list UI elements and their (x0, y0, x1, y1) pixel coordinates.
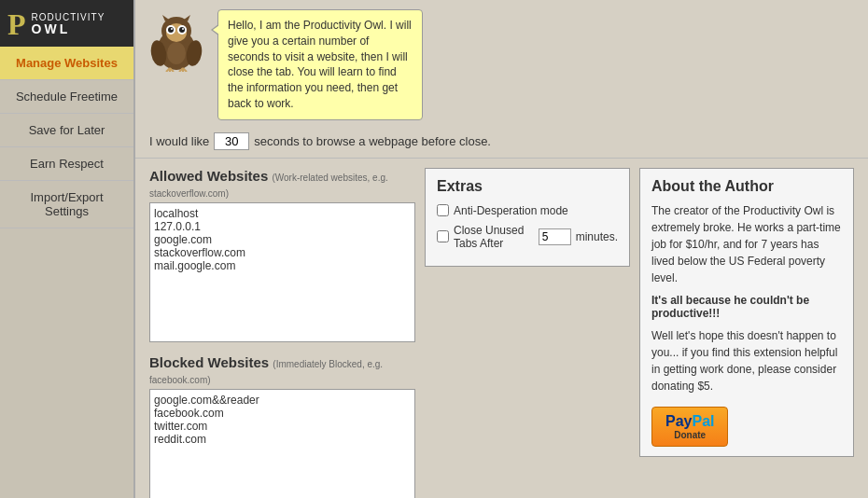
blocked-websites-title: Blocked Websites (Immediately Blocked, e… (149, 354, 415, 386)
browse-suffix: seconds to browse a webpage before close… (254, 134, 491, 148)
browse-prefix: I would like (149, 134, 209, 148)
svg-point-8 (182, 28, 184, 30)
allowed-websites-title: Allowed Websites (Work-related websites,… (149, 168, 415, 200)
about-box: About the Author The creator of the Prod… (639, 168, 854, 457)
content-area: Allowed Websites (Work-related websites,… (135, 159, 868, 498)
left-column: Allowed Websites (Work-related websites,… (149, 168, 415, 498)
main-content: Hello, I am the Productivity Owl. I will… (135, 0, 868, 498)
blocked-websites-textarea[interactable] (149, 389, 415, 498)
allowed-websites-section: Allowed Websites (Work-related websites,… (149, 168, 415, 345)
logo-text: RODUCTIVITY OWL (32, 12, 105, 36)
sidebar-item-import-export-settings[interactable]: Import/Export Settings (0, 181, 133, 228)
minutes-input[interactable] (539, 228, 571, 245)
header: Hello, I am the Productivity Owl. I will… (135, 0, 868, 128)
svg-point-7 (171, 28, 173, 30)
about-text-3: Well let's hope this doesn't happen to y… (651, 327, 842, 394)
blocked-title-text: Blocked Websites (149, 354, 269, 370)
extras-title: Extras (437, 178, 618, 195)
sidebar: P RODUCTIVITY OWL Manage Websites Schedu… (0, 0, 135, 498)
close-unused-row: Close Unused Tabs After minutes. (437, 224, 618, 250)
about-text-bold: It's all because he couldn't be producti… (651, 294, 842, 320)
paypal-logo: PayPal (665, 413, 714, 429)
close-unused-checkbox[interactable] (437, 230, 449, 242)
about-text-1: The creator of the Productivity Owl is e… (651, 202, 842, 286)
sidebar-item-schedule-freetime[interactable]: Schedule Freetime (0, 80, 133, 114)
sidebar-item-manage-websites[interactable]: Manage Websites (0, 47, 133, 80)
middle-column: Extras Anti-Desperation mode Close Unuse… (425, 168, 630, 498)
anti-desperation-checkbox[interactable] (437, 204, 449, 216)
anti-desperation-label: Anti-Desperation mode (454, 204, 568, 217)
browse-seconds-input[interactable] (214, 132, 249, 150)
svg-point-5 (168, 27, 174, 33)
speech-bubble: Hello, I am the Productivity Owl. I will… (217, 9, 423, 120)
allowed-websites-textarea[interactable] (149, 202, 415, 342)
svg-point-20 (167, 42, 186, 64)
anti-desperation-row: Anti-Desperation mode (437, 204, 618, 217)
paypal-donate-label: Donate (665, 430, 714, 440)
sidebar-item-save-for-later[interactable]: Save for Later (0, 114, 133, 147)
extras-box: Extras Anti-Desperation mode Close Unuse… (425, 168, 630, 267)
paypal-logo-cyan: Pal (692, 413, 714, 429)
paypal-logo-blue: Pay (665, 413, 692, 429)
speech-text: Hello, I am the Productivity Owl. I will… (228, 19, 412, 110)
close-unused-label: Close Unused Tabs After (454, 224, 534, 250)
minutes-label: minutes. (576, 230, 618, 243)
browse-line: I would like seconds to browse a webpage… (135, 128, 868, 159)
svg-point-6 (179, 27, 185, 33)
sidebar-item-earn-respect[interactable]: Earn Respect (0, 147, 133, 181)
logo-area: P RODUCTIVITY OWL (0, 0, 133, 47)
right-column: About the Author The creator of the Prod… (639, 168, 854, 498)
paypal-donate-button[interactable]: PayPal Donate (651, 407, 728, 447)
logo-owl: OWL (32, 22, 105, 36)
logo-p: P (7, 9, 26, 39)
about-title: About the Author (651, 178, 842, 195)
owl-image (149, 14, 203, 75)
allowed-title-text: Allowed Websites (149, 168, 268, 184)
blocked-websites-section: Blocked Websites (Immediately Blocked, e… (149, 354, 415, 498)
